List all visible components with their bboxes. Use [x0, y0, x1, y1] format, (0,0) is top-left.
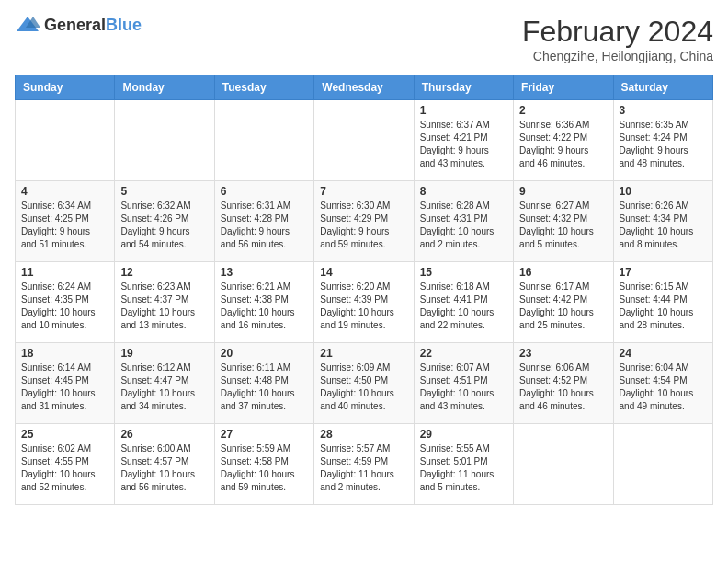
calendar-cell: 13Sunrise: 6:21 AM Sunset: 4:38 PM Dayli… — [214, 262, 313, 343]
calendar-cell: 4Sunrise: 6:34 AM Sunset: 4:25 PM Daylig… — [16, 181, 115, 262]
day-info: Sunrise: 5:59 AM Sunset: 4:58 PM Dayligh… — [221, 442, 308, 494]
week-row-2: 4Sunrise: 6:34 AM Sunset: 4:25 PM Daylig… — [16, 181, 713, 262]
calendar-cell: 16Sunrise: 6:17 AM Sunset: 4:42 PM Dayli… — [514, 262, 613, 343]
day-info: Sunrise: 6:11 AM Sunset: 4:48 PM Dayligh… — [221, 362, 308, 413]
day-number: 19 — [120, 347, 208, 360]
day-info: Sunrise: 6:04 AM Sunset: 4:54 PM Dayligh… — [620, 362, 707, 413]
weekday-header-monday: Monday — [115, 75, 214, 100]
day-info: Sunrise: 6:35 AM Sunset: 4:24 PM Dayligh… — [620, 119, 707, 170]
day-info: Sunrise: 6:06 AM Sunset: 4:52 PM Dayligh… — [519, 362, 607, 413]
month-title: February 2024 — [522, 15, 713, 49]
calendar-cell: 3Sunrise: 6:35 AM Sunset: 4:24 PM Daylig… — [613, 100, 712, 181]
calendar-cell — [214, 100, 313, 181]
calendar-cell: 17Sunrise: 6:15 AM Sunset: 4:44 PM Dayli… — [613, 262, 712, 343]
calendar-cell: 19Sunrise: 6:12 AM Sunset: 4:47 PM Dayli… — [115, 343, 214, 424]
day-number: 22 — [420, 347, 507, 360]
logo-icon — [15, 15, 40, 35]
day-number: 21 — [320, 347, 407, 360]
day-info: Sunrise: 6:21 AM Sunset: 4:38 PM Dayligh… — [221, 281, 308, 332]
day-number: 17 — [620, 266, 707, 279]
day-number: 1 — [420, 104, 507, 117]
calendar-cell: 25Sunrise: 6:02 AM Sunset: 4:55 PM Dayli… — [16, 424, 115, 505]
day-info: Sunrise: 6:12 AM Sunset: 4:47 PM Dayligh… — [120, 362, 208, 413]
calendar-cell: 28Sunrise: 5:57 AM Sunset: 4:59 PM Dayli… — [314, 424, 414, 505]
day-number: 29 — [420, 428, 507, 441]
day-number: 10 — [620, 185, 707, 198]
day-number: 14 — [320, 266, 407, 279]
day-number: 20 — [221, 347, 308, 360]
weekday-header-sunday: Sunday — [16, 75, 115, 100]
day-info: Sunrise: 6:18 AM Sunset: 4:41 PM Dayligh… — [420, 281, 507, 332]
day-number: 16 — [519, 266, 607, 279]
day-info: Sunrise: 6:26 AM Sunset: 4:34 PM Dayligh… — [620, 200, 707, 251]
weekday-header-wednesday: Wednesday — [314, 75, 414, 100]
day-number: 23 — [519, 347, 607, 360]
calendar-cell: 5Sunrise: 6:32 AM Sunset: 4:26 PM Daylig… — [115, 181, 214, 262]
week-row-3: 11Sunrise: 6:24 AM Sunset: 4:35 PM Dayli… — [16, 262, 713, 343]
calendar-cell: 27Sunrise: 5:59 AM Sunset: 4:58 PM Dayli… — [214, 424, 313, 505]
logo-text-general: General — [44, 16, 106, 34]
day-info: Sunrise: 6:07 AM Sunset: 4:51 PM Dayligh… — [420, 362, 507, 413]
location-title: Chengzihe, Heilongjiang, China — [522, 49, 713, 63]
day-info: Sunrise: 6:14 AM Sunset: 4:45 PM Dayligh… — [21, 362, 108, 413]
calendar-cell: 22Sunrise: 6:07 AM Sunset: 4:51 PM Dayli… — [414, 343, 513, 424]
day-info: Sunrise: 6:20 AM Sunset: 4:39 PM Dayligh… — [320, 281, 407, 332]
day-info: Sunrise: 6:24 AM Sunset: 4:35 PM Dayligh… — [21, 281, 108, 332]
calendar-cell — [16, 100, 115, 181]
week-row-1: 1Sunrise: 6:37 AM Sunset: 4:21 PM Daylig… — [16, 100, 713, 181]
day-info: Sunrise: 6:37 AM Sunset: 4:21 PM Dayligh… — [420, 119, 507, 170]
day-info: Sunrise: 6:28 AM Sunset: 4:31 PM Dayligh… — [420, 200, 507, 251]
calendar-cell: 1Sunrise: 6:37 AM Sunset: 4:21 PM Daylig… — [414, 100, 513, 181]
weekday-header-friday: Friday — [514, 75, 613, 100]
weekday-header-row: SundayMondayTuesdayWednesdayThursdayFrid… — [16, 75, 713, 100]
weekday-header-thursday: Thursday — [414, 75, 513, 100]
calendar-cell: 24Sunrise: 6:04 AM Sunset: 4:54 PM Dayli… — [613, 343, 712, 424]
calendar: SundayMondayTuesdayWednesdayThursdayFrid… — [15, 75, 713, 505]
day-number: 28 — [320, 428, 407, 441]
day-number: 8 — [420, 185, 507, 198]
calendar-cell: 18Sunrise: 6:14 AM Sunset: 4:45 PM Dayli… — [16, 343, 115, 424]
calendar-cell: 10Sunrise: 6:26 AM Sunset: 4:34 PM Dayli… — [613, 181, 712, 262]
day-number: 9 — [519, 185, 607, 198]
day-info: Sunrise: 6:23 AM Sunset: 4:37 PM Dayligh… — [120, 281, 208, 332]
calendar-cell — [314, 100, 414, 181]
day-number: 2 — [519, 104, 607, 117]
calendar-cell: 14Sunrise: 6:20 AM Sunset: 4:39 PM Dayli… — [314, 262, 414, 343]
calendar-cell: 23Sunrise: 6:06 AM Sunset: 4:52 PM Dayli… — [514, 343, 613, 424]
day-info: Sunrise: 6:27 AM Sunset: 4:32 PM Dayligh… — [519, 200, 607, 251]
calendar-cell: 8Sunrise: 6:28 AM Sunset: 4:31 PM Daylig… — [414, 181, 513, 262]
day-info: Sunrise: 6:15 AM Sunset: 4:44 PM Dayligh… — [620, 281, 707, 332]
day-number: 24 — [620, 347, 707, 360]
day-info: Sunrise: 6:34 AM Sunset: 4:25 PM Dayligh… — [21, 200, 108, 251]
calendar-cell: 21Sunrise: 6:09 AM Sunset: 4:50 PM Dayli… — [314, 343, 414, 424]
day-info: Sunrise: 6:17 AM Sunset: 4:42 PM Dayligh… — [519, 281, 607, 332]
day-number: 26 — [120, 428, 208, 441]
calendar-cell — [613, 424, 712, 505]
week-row-5: 25Sunrise: 6:02 AM Sunset: 4:55 PM Dayli… — [16, 424, 713, 505]
day-number: 25 — [21, 428, 108, 441]
day-number: 5 — [120, 185, 208, 198]
day-info: Sunrise: 5:57 AM Sunset: 4:59 PM Dayligh… — [320, 442, 407, 494]
day-number: 18 — [21, 347, 108, 360]
day-info: Sunrise: 6:00 AM Sunset: 4:57 PM Dayligh… — [120, 442, 208, 494]
day-info: Sunrise: 6:09 AM Sunset: 4:50 PM Dayligh… — [320, 362, 407, 413]
day-number: 27 — [221, 428, 308, 441]
day-info: Sunrise: 6:36 AM Sunset: 4:22 PM Dayligh… — [519, 119, 607, 170]
day-info: Sunrise: 5:55 AM Sunset: 5:01 PM Dayligh… — [420, 442, 507, 494]
day-number: 4 — [21, 185, 108, 198]
day-number: 7 — [320, 185, 407, 198]
day-number: 13 — [221, 266, 308, 279]
calendar-cell — [514, 424, 613, 505]
header: GeneralBlue February 2024 Chengzihe, Hei… — [15, 15, 713, 63]
day-info: Sunrise: 6:30 AM Sunset: 4:29 PM Dayligh… — [320, 200, 407, 251]
day-number: 11 — [21, 266, 108, 279]
calendar-cell: 7Sunrise: 6:30 AM Sunset: 4:29 PM Daylig… — [314, 181, 414, 262]
day-info: Sunrise: 6:02 AM Sunset: 4:55 PM Dayligh… — [21, 442, 108, 494]
logo-text-blue: Blue — [106, 16, 142, 34]
day-number: 6 — [221, 185, 308, 198]
calendar-cell: 29Sunrise: 5:55 AM Sunset: 5:01 PM Dayli… — [414, 424, 513, 505]
day-number: 15 — [420, 266, 507, 279]
calendar-cell: 6Sunrise: 6:31 AM Sunset: 4:28 PM Daylig… — [214, 181, 313, 262]
calendar-cell: 15Sunrise: 6:18 AM Sunset: 4:41 PM Dayli… — [414, 262, 513, 343]
week-row-4: 18Sunrise: 6:14 AM Sunset: 4:45 PM Dayli… — [16, 343, 713, 424]
